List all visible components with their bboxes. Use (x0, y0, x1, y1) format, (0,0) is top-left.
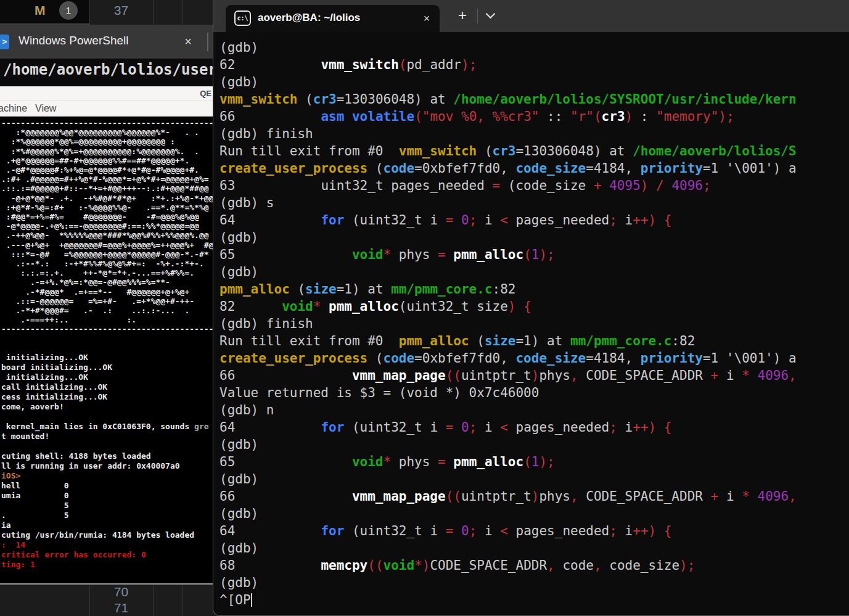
powershell-close-button[interactable]: × (179, 32, 197, 51)
qemu-menu-bar: achine View (0, 101, 213, 117)
powershell-tab-bar[interactable]: > Windows PowerShell × (0, 25, 213, 59)
terminal-line: 82 void* pmm_alloc(uint32_t size) { (219, 298, 849, 315)
terminal-line: ^[OP (219, 591, 849, 609)
terminal-line: (gdb) (219, 540, 849, 557)
command-prompt-icon: c:\ (234, 10, 251, 26)
terminal-line: 62 vmm_switch(pd_addr); (219, 56, 849, 73)
terminal-line: cuting shell: 4188 bytes loaded (1, 451, 209, 461)
terminal-line: 64 for (uint32_t i = 0; i < pages_needed… (219, 419, 849, 436)
row-number-71: 71 (89, 601, 153, 615)
terminal-tab-close-button[interactable]: × (418, 10, 435, 27)
terminal-line: . 5 (1, 511, 209, 520)
background-table-top: M 1 37 (0, 0, 213, 25)
powershell-icon: > (0, 35, 9, 49)
qemu-display[interactable]: ----------------------------------------… (0, 117, 213, 585)
terminal-line: (gdb) s (219, 194, 849, 211)
qemu-title-text: QE (200, 89, 211, 98)
terminal-line: initializing...OK (1, 372, 209, 382)
table-cell-m[interactable]: M 1 (0, 0, 89, 25)
terminal-line: (gdb) finish (219, 125, 849, 142)
row-number-70: 70 (89, 585, 153, 599)
terminal-line: umia 0 (1, 491, 209, 501)
terminal-output[interactable]: (gdb) 62 vmm_switch(pd_addr);(gdb) vmm_s… (213, 32, 849, 616)
column-divider (153, 586, 154, 616)
terminal-line: iOS> (1, 471, 209, 481)
windows-terminal-window: c:\ aoverb@BA: ~/lolios × + (gdb) 62 vmm… (213, 0, 849, 616)
terminal-tab-bar: c:\ aoverb@BA: ~/lolios × + (213, 0, 849, 32)
qemu-boot-log: initializing...OKboard initializing...OK… (1, 353, 209, 570)
terminal-line (1, 441, 209, 451)
terminal-line: 65 void* phys = pmm_alloc(1); (219, 246, 849, 263)
terminal-line: come, aoverb! (1, 402, 209, 412)
terminal-line: (gdb) (219, 574, 849, 591)
terminal-line: 63 uint32_t pages_needed = (code_size + … (219, 177, 849, 194)
desktop: M 1 37 70 71 > Windows PowerShell × /hom… (0, 0, 849, 616)
qemu-title-bar[interactable]: QE (0, 86, 213, 101)
background-table-bottom: 70 71 (0, 586, 213, 616)
terminal-tab[interactable]: c:\ aoverb@BA: ~/lolios × (226, 5, 440, 32)
terminal-line: 64 for (uint32_t i = 0; i < pages_needed… (219, 211, 849, 229)
column-divider (182, 586, 183, 616)
terminal-line: Run till exit from #0 pmm_alloc (size=1)… (219, 332, 849, 350)
qemu-menu-machine[interactable]: achine (0, 103, 27, 114)
terminal-line: 66 vmm_map_page((uintptr_t)phys, CODE_SP… (219, 488, 849, 505)
terminal-line: board initializing...OK (1, 363, 209, 372)
terminal-line: vmm_switch (cr3=130306048) at /home/aove… (219, 91, 849, 108)
terminal-line: 66 vmm_map_page((uintptr_t)phys, CODE_SP… (219, 367, 849, 384)
qemu-ascii-art: ----------------------------------------… (1, 118, 213, 334)
terminal-line: 68 memcpy((void*)CODE_SPACE_ADDR, code, … (219, 557, 849, 574)
terminal-line: (gdb) n (219, 401, 849, 419)
terminal-line: cess initializing...OK (1, 392, 209, 402)
terminal-line: pmm_alloc (size=1) at mm/pmm_core.c:82 (219, 281, 849, 298)
notification-badge: 1 (59, 1, 78, 20)
terminal-tab-title: aoverb@BA: ~/lolios (258, 12, 360, 24)
tab-bar-divider (207, 33, 208, 51)
powershell-window: > Windows PowerShell × /home/aoverb/loli… (0, 25, 213, 585)
terminal-line: (gdb) (219, 505, 849, 522)
terminal-line: ting: 1 (1, 560, 209, 570)
powershell-tab-title: Windows PowerShell (18, 34, 128, 47)
terminal-line: (gdb) (219, 39, 849, 56)
text-cursor (251, 593, 252, 607)
qemu-window: QE achine View -------------------------… (0, 86, 213, 585)
terminal-line: ll is running in user addr: 0x40007a0 (1, 461, 209, 471)
terminal-line: ia (1, 520, 209, 530)
terminal-line: (gdb) (219, 436, 849, 453)
column-divider (153, 0, 154, 25)
row-number-37: 37 (89, 3, 153, 18)
column-divider (89, 586, 90, 616)
terminal-line: t mounted! (1, 432, 209, 441)
tab-bar-divider (477, 9, 478, 23)
terminal-line: (gdb) (219, 470, 849, 488)
terminal-line: (gdb) (219, 263, 849, 281)
terminal-line: 5 (1, 501, 209, 511)
terminal-line: Value returned is $3 = (void *) 0x7c4600… (219, 384, 849, 401)
terminal-line (1, 412, 209, 422)
powershell-path-text: /home/aoverb/lolios/user (3, 61, 213, 78)
new-tab-button[interactable]: + (453, 6, 472, 26)
terminal-line: (gdb) finish (219, 315, 849, 332)
terminal-line: 64 for (uint32_t i = 0; i < pages_needed… (219, 522, 849, 540)
m-label: M (35, 3, 46, 18)
terminal-line: create_user_process (code=0xbfef7fd0, co… (219, 160, 849, 177)
terminal-line: : 14 (1, 540, 209, 550)
terminal-line: hell 0 (1, 481, 209, 491)
terminal-line: kernel_main lies in 0xC01063F0, sounds g… (1, 422, 209, 432)
terminal-line: (gdb) (219, 73, 849, 91)
terminal-line: 66 asm volatile("mov %0, %%cr3" :: "r"(c… (219, 108, 849, 125)
terminal-line: create_user_process (code=0xbfef7fd0, co… (219, 350, 849, 367)
chevron-down-icon[interactable] (486, 10, 494, 18)
terminal-line: initializing...OK (1, 353, 209, 363)
terminal-line: call initializing...OK (1, 382, 209, 392)
powershell-terminal-content[interactable]: /home/aoverb/lolios/user QE achine View … (0, 59, 213, 585)
terminal-line: critical error has occurred: 0 (1, 550, 209, 560)
terminal-line: (gdb) (219, 229, 849, 246)
terminal-line: Run till exit from #0 vmm_switch (cr3=13… (219, 142, 849, 160)
column-divider (182, 0, 183, 25)
column-divider (89, 0, 90, 25)
terminal-line: cuting /usr/bin/rumia: 4184 bytes loaded (1, 530, 209, 540)
qemu-menu-view[interactable]: View (35, 103, 56, 114)
terminal-line: 65 void* phys = pmm_alloc(1); (219, 453, 849, 470)
